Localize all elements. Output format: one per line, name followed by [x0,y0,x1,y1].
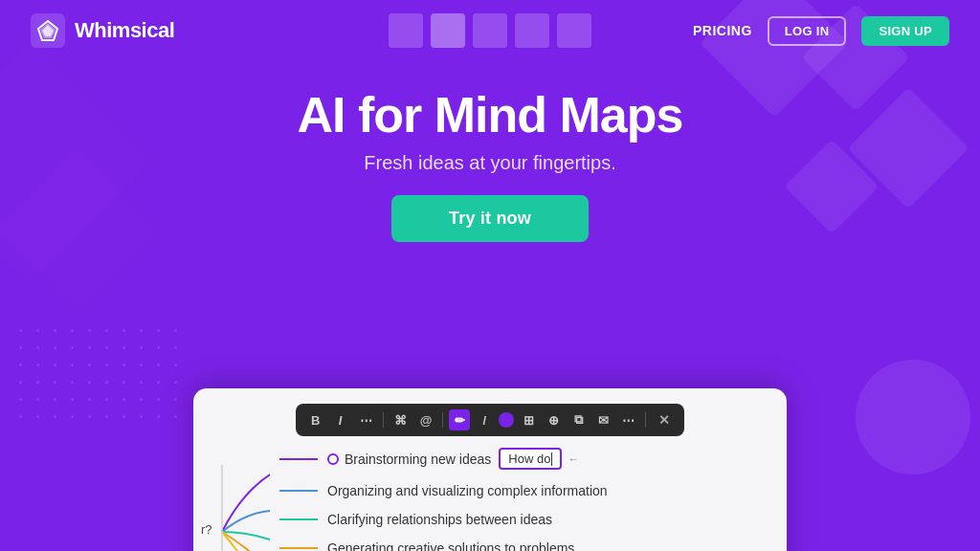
mindmap-content: r? Brainstorming new ideasHow do←Organiz… [193,436,787,551]
nav-sq-1 [389,13,423,48]
mm-node-circle-0 [327,453,339,465]
nav-squares-decoration [389,13,591,48]
toolbar-italic[interactable]: I [330,409,351,430]
mm-connector-line-2 [279,518,318,520]
nav-sq-4 [515,13,549,48]
mm-arrow-0: ← [568,452,579,466]
mm-item-label-0: Brainstorming new ideas [345,452,491,467]
hero-title: AI for Mind Maps [0,88,980,143]
mm-connector-line-1 [279,490,318,492]
toolbar-copy[interactable]: ⧉ [568,409,589,430]
toolbar-link[interactable]: ⌘ [390,409,412,430]
nav-right: PRICING LOG IN SIGN UP [693,16,949,46]
navbar: Whimsical PRICING LOG IN SIGN UP [0,0,980,61]
logo-area: Whimsical [31,13,174,48]
mindmap-item-2: Clarifying relationships between ideas [279,512,768,527]
signup-button[interactable]: SIGN UP [861,16,949,46]
mindmap-items: Brainstorming new ideasHow do←Organizing… [232,448,768,551]
mindmap-item-0: Brainstorming new ideasHow do← [279,448,768,470]
nav-sq-5 [557,13,591,48]
mm-connector-line-0 [279,458,318,460]
toolbar-add-node[interactable]: ⊕ [543,409,564,430]
try-it-now-button[interactable]: Try it now [391,195,589,242]
mindmap-item-1: Organizing and visualizing complex infor… [279,483,768,498]
mm-item-label-1: Organizing and visualizing complex infor… [327,483,608,498]
toolbar-more-1[interactable]: ⋯ [355,409,377,430]
toolbar-grid[interactable]: ⊞ [518,409,539,430]
mm-input-text-0: How do [508,452,550,466]
toolbar-divider-1 [383,412,384,428]
toolbar-more-2[interactable]: ⋯ [617,409,639,430]
toolbar-divider-3 [645,412,646,428]
preview-card: B I ⋯ ⌘ @ ✏ / ⊞ ⊕ ⧉ ✉ ⋯ ✕ [193,388,787,551]
nav-sq-2 [431,13,465,48]
toolbar-color-purple[interactable]: ✏ [449,409,470,430]
whimsical-logo-icon [31,13,65,48]
toolbar-close[interactable]: ✕ [654,409,675,430]
nav-sq-3 [473,13,507,48]
toolbar-slash[interactable]: / [474,409,495,430]
mm-item-label-2: Clarifying relationships between ideas [327,512,552,527]
hero-section: AI for Mind Maps Fresh ideas at your fin… [0,61,980,242]
mm-connector-line-3 [279,547,318,549]
pricing-link[interactable]: PRICING [693,23,752,38]
editor-toolbar: B I ⋯ ⌘ @ ✏ / ⊞ ⊕ ⧉ ✉ ⋯ ✕ [296,404,685,436]
mm-item-label-3: Generating creative solutions to problem… [327,540,574,551]
toolbar-color-dot [499,412,514,428]
left-node-label: r? [201,522,212,537]
mm-cursor-0 [551,452,552,466]
hero-subtitle: Fresh ideas at your fingertips. [0,152,980,174]
toolbar-bold[interactable]: B [305,409,326,430]
toolbar-divider-2 [442,412,443,428]
login-button[interactable]: LOG IN [768,16,847,46]
mindmap-item-3: Generating creative solutions to problem… [279,540,768,551]
mm-input-box-0[interactable]: How do [499,448,562,470]
toolbar-mention[interactable]: @ [415,409,437,430]
brand-name: Whimsical [75,18,174,43]
toolbar-comment[interactable]: ✉ [592,409,613,430]
